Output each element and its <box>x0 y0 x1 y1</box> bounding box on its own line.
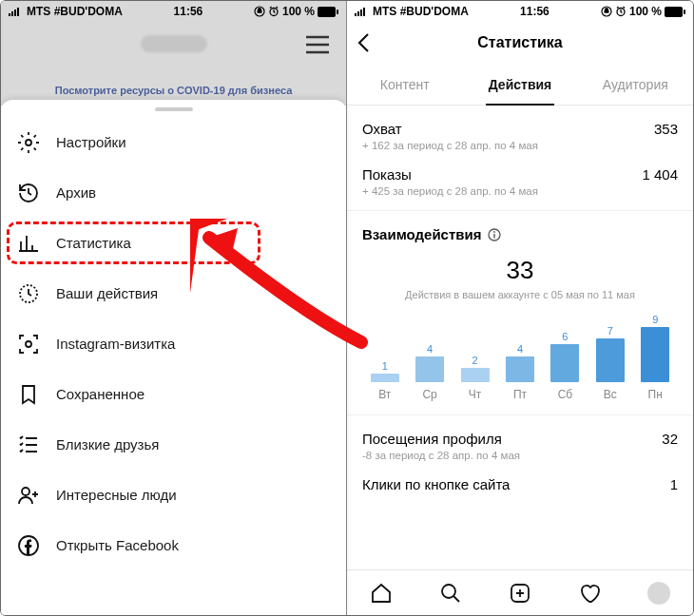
heart-icon[interactable] <box>577 581 602 606</box>
bar-value-label: 4 <box>517 343 523 355</box>
interactions-chart: 1424679 <box>362 314 678 382</box>
chart-bar: 2 <box>453 355 497 382</box>
search-icon[interactable] <box>438 581 463 606</box>
stat-profile-visits: Посещения профиля 32 <box>362 431 678 447</box>
menu-item-settings[interactable]: Настройки <box>1 117 346 167</box>
interactions-sub: Действия в вашем аккаунте с 05 мая по 11… <box>362 289 678 300</box>
phone-right: MTS #BUD'DOMA 11:56 100 % Статистика <box>347 1 693 615</box>
svg-rect-1 <box>11 11 13 16</box>
stat-sub: -8 за период с 28 апр. по 4 мая <box>362 450 678 461</box>
menu-item-archive[interactable]: Архив <box>1 167 346 218</box>
stat-value: 353 <box>654 121 678 137</box>
signal-icon <box>355 7 368 16</box>
chart-bar: 4 <box>407 343 452 382</box>
menu-label: Открыть Facebook <box>56 537 179 553</box>
menu-item-nametag[interactable]: Instagram-визитка <box>1 318 346 369</box>
svg-rect-23 <box>493 234 494 239</box>
xaxis-label: Сб <box>543 388 588 401</box>
divider <box>347 414 693 415</box>
back-button[interactable] <box>357 32 370 53</box>
signal-icon <box>9 7 22 16</box>
bar-rect <box>641 327 669 382</box>
heading-label: Взаимодействия <box>362 226 482 242</box>
bookmark-icon <box>16 382 41 407</box>
menu-label: Настройки <box>56 134 126 150</box>
stat-value: 1 <box>670 476 678 492</box>
svg-point-22 <box>493 231 495 233</box>
chart-bar: 9 <box>633 314 678 382</box>
stat-label: Посещения профиля <box>362 431 502 447</box>
profile-avatar[interactable] <box>646 581 671 606</box>
info-icon[interactable] <box>488 228 501 241</box>
tab-audience[interactable]: Аудитория <box>578 64 693 105</box>
covid-banner[interactable]: Посмотрите ресурсы о COVID-19 для бизнес… <box>1 85 346 96</box>
svg-point-11 <box>22 488 29 495</box>
menu-label: Близкие друзья <box>56 436 159 452</box>
xaxis-label: Чт <box>453 388 497 401</box>
bar-value-label: 2 <box>472 355 477 366</box>
menu-item-discover-people[interactable]: Интересные люди <box>1 470 346 520</box>
hamburger-icon[interactable] <box>306 35 329 54</box>
discover-people-icon <box>16 483 41 508</box>
orientation-lock-icon <box>254 6 265 17</box>
add-post-icon[interactable] <box>508 581 532 606</box>
bar-value-label: 6 <box>562 331 568 342</box>
menu-item-saved[interactable]: Сохраненное <box>1 369 346 419</box>
svg-rect-16 <box>363 8 365 16</box>
svg-rect-3 <box>17 8 19 16</box>
page-title: Статистика <box>477 34 562 51</box>
menu-label: Статистика <box>56 235 131 251</box>
menu-item-activity[interactable]: Ваши действия <box>1 268 346 318</box>
menu-label: Ваши действия <box>56 285 158 301</box>
stat-reach: Охват 353 <box>362 121 678 137</box>
alarm-icon <box>268 6 280 17</box>
chart-bar: 1 <box>362 360 407 382</box>
status-bar: MTS #BUD'DOMA 11:56 100 % <box>347 1 693 22</box>
tab-actions[interactable]: Действия <box>462 64 577 105</box>
battery-icon <box>318 7 338 17</box>
svg-rect-7 <box>337 10 338 14</box>
divider <box>347 210 693 211</box>
bar-rect <box>596 338 625 382</box>
tab-label: Аудитория <box>603 77 668 92</box>
stat-value: 1 404 <box>642 166 678 183</box>
home-icon[interactable] <box>369 581 394 606</box>
highlight-annotation <box>7 221 260 264</box>
clock-icon <box>16 181 41 205</box>
svg-rect-13 <box>355 13 357 16</box>
stats-icon <box>16 231 41 256</box>
scan-icon <box>16 332 41 356</box>
chart-bar: 4 <box>497 343 542 382</box>
bar-rect <box>550 344 579 382</box>
close-friends-icon <box>16 433 41 457</box>
xaxis-label: Вт <box>362 388 407 401</box>
menu-label: Архив <box>56 184 96 201</box>
bottom-tab-bar <box>347 569 693 615</box>
menu-sheet: Настройки Архив Статистика Ваши дей <box>1 100 346 615</box>
bar-value-label: 4 <box>427 343 433 355</box>
svg-rect-0 <box>9 13 10 16</box>
stat-sub: + 162 за период с 28 апр. по 4 мая <box>362 140 678 151</box>
svg-rect-2 <box>14 10 16 16</box>
alarm-icon <box>615 6 627 17</box>
stat-value: 32 <box>662 431 678 447</box>
bar-value-label: 9 <box>652 314 658 325</box>
stats-scroll[interactable]: Охват 353 + 162 за период с 28 апр. по 4… <box>347 106 693 569</box>
bar-rect <box>371 374 399 382</box>
svg-rect-14 <box>357 11 359 16</box>
chart-bar: 6 <box>543 331 588 382</box>
tab-content[interactable]: Контент <box>347 64 462 105</box>
stat-label: Показы <box>362 166 412 183</box>
menu-label: Интересные люди <box>56 487 177 503</box>
username-blurred <box>141 35 207 52</box>
stat-sub: + 425 за период с 28 апр. по 4 мая <box>362 185 678 197</box>
svg-point-8 <box>26 140 31 145</box>
menu-item-close-friends[interactable]: Близкие друзья <box>1 419 346 470</box>
menu-item-statistics[interactable]: Статистика <box>1 218 346 268</box>
xaxis-label: Ср <box>407 388 452 401</box>
tabs: Контент Действия Аудитория <box>347 64 693 106</box>
bar-rect <box>461 368 490 382</box>
menu-item-open-facebook[interactable]: Открыть Facebook <box>1 520 346 570</box>
sheet-grabber[interactable] <box>155 107 193 111</box>
menu-label: Instagram-визитка <box>56 336 175 352</box>
